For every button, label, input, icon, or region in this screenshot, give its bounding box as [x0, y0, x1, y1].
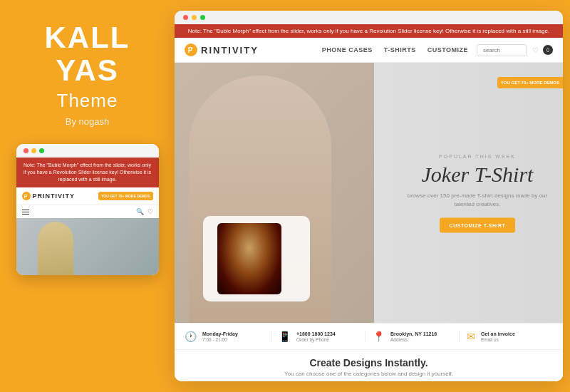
joker-image — [217, 223, 281, 294]
phone-icon: 📱 — [279, 331, 291, 342]
desktop-logo: P RINTIVITY — [185, 43, 259, 56]
left-panel: KALL YAS Theme By nogash Note: The "Bubl… — [0, 0, 175, 392]
info-address-sub: Address — [390, 337, 437, 342]
brand-title: KALL YAS — [45, 21, 130, 87]
bottom-section: Create Designs Instantly. You can choose… — [175, 349, 563, 381]
nav-link-phone-cases[interactable]: PHONE CASES — [322, 46, 373, 53]
desktop-dot-red — [183, 15, 188, 20]
mobile-nav-icons: 🔍 ♡ — [136, 208, 153, 215]
hero-title: Joker T-Shirt — [406, 162, 549, 185]
desktop-dot-yellow — [192, 15, 197, 20]
desktop-alert-bar: Note: The "Buble Morph" effect from the … — [175, 24, 563, 38]
desktop-search-input[interactable] — [477, 44, 527, 56]
mobile-hero-image — [16, 218, 159, 275]
hero-text-area: POPULAR THIS WEEK Joker T-Shirt browse o… — [406, 153, 549, 232]
desktop-nav: P RINTIVITY PHONE CASES T-SHIRTS CUSTOMI… — [175, 38, 563, 63]
email-icon: ✉ — [467, 331, 475, 342]
info-email-sub: Email us — [481, 337, 515, 342]
desktop-demos-badge[interactable]: YOU GET 70+ MORE DEMOS — [497, 77, 563, 88]
info-phone-sub: Order by Phone — [296, 337, 336, 342]
author-label: By nogash — [66, 116, 109, 127]
mobile-hero-person — [38, 222, 73, 275]
mobile-heart-icon[interactable]: ♡ — [147, 208, 153, 215]
mobile-preview-card: Note: The "Buble Morph" effect from the … — [16, 144, 159, 275]
info-item-address: 📍 Brooklyn, NY 11216 Address — [366, 331, 460, 342]
info-address-label: Brooklyn, NY 11216 — [390, 331, 437, 336]
info-item-email: ✉ Get an invoice Email us — [460, 331, 553, 342]
info-hours-sub: 7:00 - 21:00 — [202, 337, 238, 342]
info-email-label: Get an invoice — [481, 331, 515, 336]
desktop-hero-section: POPULAR THIS WEEK Joker T-Shirt browse o… — [175, 63, 563, 323]
hamburger-icon[interactable] — [22, 210, 29, 215]
mobile-logo-circle: P — [22, 192, 31, 200]
mobile-logo-bar: P PRINTIVITY YOU GET 70+ MORE DEMOS — [16, 187, 159, 205]
popular-label: POPULAR THIS WEEK — [406, 153, 549, 158]
hero-subtitle: browse over 150 pre-made T-shirt designs… — [406, 191, 549, 208]
dot-yellow — [31, 148, 36, 153]
desktop-nav-right-icons: ♡ 0 — [532, 45, 553, 55]
hero-person-area — [175, 63, 374, 323]
info-email-text: Get an invoice Email us — [481, 331, 515, 342]
desktop-nav-links: PHONE CASES T-SHIRTS CUSTOMIZE — [322, 46, 468, 53]
dot-red — [24, 148, 28, 153]
desktop-preview-panel: Note: The "Buble Morph" effect from the … — [175, 11, 563, 381]
info-phone-label: +1800 1800 1234 — [296, 331, 336, 336]
create-title: Create Designs Instantly. — [185, 357, 553, 368]
mobile-nav-bar: 🔍 ♡ — [16, 205, 159, 218]
joker-face — [217, 223, 281, 294]
customize-button[interactable]: CUSTOMIZE T-SHIRT — [440, 217, 516, 232]
desktop-cart-icon[interactable]: 0 — [543, 45, 553, 55]
info-address-text: Brooklyn, NY 11216 Address — [390, 331, 437, 342]
clock-icon: 🕐 — [185, 331, 197, 342]
create-subtitle: You can choose one of the categories bel… — [185, 371, 553, 377]
info-item-phone: 📱 +1800 1800 1234 Order by Phone — [271, 331, 366, 342]
mobile-card-header — [16, 144, 159, 158]
mobile-demos-badge: YOU GET 70+ MORE DEMOS — [98, 192, 153, 201]
mobile-search-icon[interactable]: 🔍 — [136, 208, 144, 215]
desktop-window-header — [175, 11, 563, 24]
mobile-logo: P PRINTIVITY — [22, 192, 76, 200]
info-hours-text: Monday-Friday 7:00 - 21:00 — [202, 331, 238, 342]
mobile-alert-bar: Note: The "Buble Morph" effect from the … — [16, 158, 159, 187]
desktop-logo-circle: P — [185, 43, 197, 56]
desktop-dot-green — [200, 15, 205, 20]
nav-link-tshirts[interactable]: T-SHIRTS — [384, 46, 416, 53]
info-bar: 🕐 Monday-Friday 7:00 - 21:00 📱 +1800 180… — [175, 323, 563, 349]
info-hours-label: Monday-Friday — [202, 331, 238, 336]
info-item-hours: 🕐 Monday-Friday 7:00 - 21:00 — [185, 331, 271, 342]
location-icon: 📍 — [373, 331, 385, 342]
nav-link-customize[interactable]: CUSTOMIZE — [428, 46, 468, 53]
dot-green — [39, 148, 44, 153]
theme-label: Theme — [57, 90, 118, 112]
desktop-wishlist-icon[interactable]: ♡ — [532, 46, 539, 54]
info-phone-text: +1800 1800 1234 Order by Phone — [296, 331, 336, 342]
